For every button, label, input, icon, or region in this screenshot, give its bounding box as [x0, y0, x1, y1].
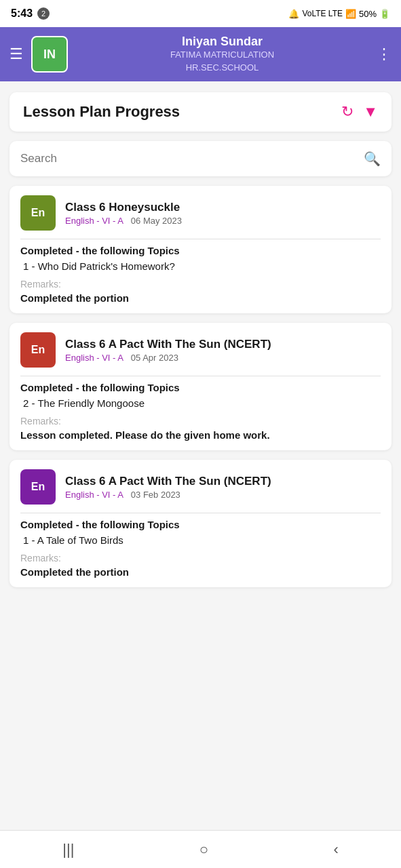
card-divider — [20, 376, 381, 376]
more-options-icon[interactable]: ⋮ — [377, 45, 392, 63]
search-icon: 🔍 — [364, 151, 381, 167]
card-meta: English - VI - A 05 Apr 2023 — [65, 353, 271, 363]
signal-bars-icon: 📶 — [345, 9, 356, 19]
card-remarks-value: Lesson completed. Please do the given ho… — [20, 429, 381, 441]
page-title: Lesson Plan Progress — [23, 103, 180, 121]
main-content: Lesson Plan Progress ↻ ▼ 🔍 En Class 6 Ho… — [0, 81, 401, 830]
user-name: Iniyan Sundar — [76, 35, 368, 49]
card-title-section: Class 6 A Pact With The Sun (NCERT) Engl… — [65, 475, 271, 500]
filter-icon[interactable]: ▼ — [363, 103, 378, 121]
subject-badge: En — [20, 469, 56, 505]
card-subject: English - VI - A — [65, 216, 123, 226]
card-completed-label: Completed - the following Topics — [20, 245, 381, 256]
card-remarks-label: Remarks: — [20, 553, 381, 564]
page-header-card: Lesson Plan Progress ↻ ▼ — [9, 92, 392, 132]
signal-icon: VoLTE LTE — [302, 9, 343, 18]
status-notification-count: 2 — [37, 7, 50, 20]
nav-home-icon[interactable]: ○ — [199, 841, 208, 859]
page-header-actions: ↻ ▼ — [341, 103, 378, 121]
card-topic: 2 - The Friendly Mongoose — [23, 397, 381, 409]
card-title: Class 6 A Pact With The Sun (NCERT) — [65, 338, 271, 351]
refresh-icon[interactable]: ↻ — [341, 103, 354, 121]
card-meta: English - VI - A 03 Feb 2023 — [65, 490, 271, 500]
card-header: En Class 6 Honeysuckle English - VI - A … — [20, 195, 381, 231]
lesson-card[interactable]: En Class 6 A Pact With The Sun (NCERT) E… — [9, 460, 392, 587]
card-title-section: Class 6 A Pact With The Sun (NCERT) Engl… — [65, 338, 271, 363]
status-time: 5:43 — [11, 7, 33, 20]
card-remarks-value: Completed the portion — [20, 566, 381, 578]
menu-icon[interactable]: ☰ — [9, 45, 23, 63]
card-title: Class 6 A Pact With The Sun (NCERT) — [65, 475, 271, 488]
nav-back-icon[interactable]: ‹ — [333, 841, 338, 859]
lesson-card[interactable]: En Class 6 Honeysuckle English - VI - A … — [9, 186, 392, 313]
card-divider — [20, 239, 381, 239]
school-name: FATIMA MATRICULATION HR.SEC.SCHOOL — [76, 49, 368, 73]
lessons-list: En Class 6 Honeysuckle English - VI - A … — [9, 186, 392, 587]
subject-badge: En — [20, 195, 56, 231]
card-date: 06 May 2023 — [126, 216, 182, 226]
search-bar[interactable]: 🔍 — [9, 141, 392, 176]
card-completed-label: Completed - the following Topics — [20, 519, 381, 530]
search-input[interactable] — [20, 152, 364, 165]
card-meta: English - VI - A 06 May 2023 — [65, 216, 182, 226]
card-divider — [20, 513, 381, 513]
toolbar-title-section: Iniyan Sundar FATIMA MATRICULATION HR.SE… — [76, 35, 368, 73]
card-header: En Class 6 A Pact With The Sun (NCERT) E… — [20, 332, 381, 368]
card-topic: 1 - Who Did Patrick's Homework? — [23, 260, 381, 272]
alarm-icon: 🔔 — [288, 9, 299, 19]
nav-recent-apps-icon[interactable]: ||| — [62, 841, 74, 859]
toolbar: ☰ IN Iniyan Sundar FATIMA MATRICULATION … — [0, 27, 401, 81]
card-date: 05 Apr 2023 — [126, 353, 178, 363]
nav-bar: ||| ○ ‹ — [0, 830, 401, 868]
subject-badge: En — [20, 332, 56, 368]
card-subject: English - VI - A — [65, 490, 123, 500]
status-icons: 🔔 VoLTE LTE 📶 50% 🔋 — [288, 9, 390, 19]
avatar: IN — [31, 36, 68, 73]
lesson-card[interactable]: En Class 6 A Pact With The Sun (NCERT) E… — [9, 323, 392, 450]
battery-icon: 🔋 — [379, 9, 390, 19]
status-bar: 5:43 2 🔔 VoLTE LTE 📶 50% 🔋 — [0, 0, 401, 27]
card-title: Class 6 Honeysuckle — [65, 201, 182, 214]
card-completed-label: Completed - the following Topics — [20, 382, 381, 393]
card-topic: 1 - A Tale of Two Birds — [23, 534, 381, 546]
card-date: 03 Feb 2023 — [126, 490, 180, 500]
card-remarks-value: Completed the portion — [20, 292, 381, 304]
card-remarks-label: Remarks: — [20, 416, 381, 427]
card-title-section: Class 6 Honeysuckle English - VI - A 06 … — [65, 201, 182, 226]
card-subject: English - VI - A — [65, 353, 123, 363]
battery-text: 50% — [359, 9, 377, 19]
card-remarks-label: Remarks: — [20, 279, 381, 290]
card-header: En Class 6 A Pact With The Sun (NCERT) E… — [20, 469, 381, 505]
